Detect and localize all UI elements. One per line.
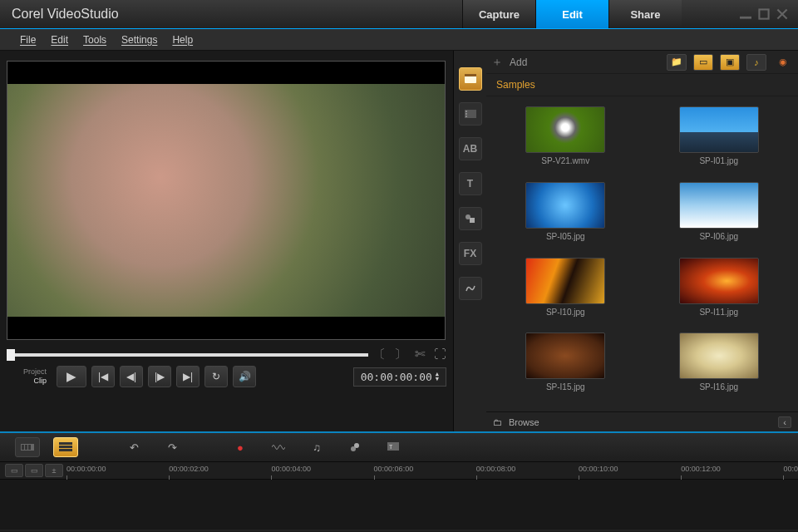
main-area: 〔 〕 ✄ ⛶ Project Clip ▶ |◀ ◀| |▶ ▶| ↻ 🔊 0… [0,51,798,431]
timeline-view-button[interactable] [53,437,78,457]
sort-filter-icon[interactable]: ◉ [773,54,793,71]
svg-rect-3 [465,74,476,76]
ruler-tick: 00:00:10:00 [579,465,618,473]
thumbnail-label: SP-I16.jpg [699,382,738,392]
media-library-icon[interactable] [459,67,482,91]
record-button[interactable]: ● [228,437,253,457]
svg-rect-11 [22,445,24,450]
prev-frame-button[interactable]: ◀| [120,366,143,387]
ruler-ticks: 00:00:00:00 00:00:02:00 00:00:04:00 00:0… [66,462,798,479]
browse-label[interactable]: Browse [509,417,539,427]
auto-music-button[interactable]: ♫ [304,437,329,457]
mark-in-icon[interactable]: 〔 [373,347,386,362]
track-header: ▭ ▭ ± [0,464,66,477]
ruler-tick: 00:00:12:00 [681,465,721,473]
timeline-ruler[interactable]: ▭ ▭ ± 00:00:00:00 00:00:02:00 00:00:04:0… [0,461,798,480]
library-panel: ＋ Add 📁 ▭ ▣ ♪ ◉ Samples SP-V21.wmv SP-I0… [486,51,798,431]
thumbnail [679,332,759,379]
add-icon[interactable]: ＋ [491,55,503,70]
collapse-icon[interactable]: ‹ [778,416,791,428]
thumbnail [525,258,605,304]
instant-project-icon[interactable] [459,102,482,126]
subtitle-button[interactable]: T [381,437,406,457]
titles-icon[interactable]: T [459,172,482,195]
motion-paths-icon[interactable] [459,277,482,300]
library-item[interactable]: SP-I11.jpg [647,258,792,327]
scrubber-thumb[interactable] [7,349,15,361]
filters-icon[interactable]: FX [459,242,482,265]
mode-tabs: Capture Edit Share [462,0,682,28]
timecode-display[interactable]: 00:00:00:00 ▲▼ [353,367,446,387]
ruler-tick: 00:00:04:00 [271,465,311,473]
photo-filter-icon[interactable]: ▣ [720,54,740,71]
track-toggle-3[interactable]: ± [45,464,63,477]
library-item[interactable]: SP-I16.jpg [647,332,792,401]
library-item[interactable]: SP-I15.jpg [493,332,638,401]
browse-icon[interactable]: 🗀 [493,417,502,427]
preview-panel: 〔 〕 ✄ ⛶ Project Clip ▶ |◀ ◀| |▶ ▶| ↻ 🔊 0… [0,51,453,431]
svg-rect-13 [28,445,31,450]
svg-rect-2 [465,76,476,83]
menu-edit[interactable]: Edit [51,34,68,46]
svg-rect-5 [466,111,467,112]
fullscreen-icon[interactable]: ⛶ [434,347,446,362]
scrubber-track[interactable] [7,353,368,357]
tab-share[interactable]: Share [608,0,682,28]
timecode-stepper[interactable]: ▲▼ [436,372,439,382]
folder-filter-icon[interactable]: 📁 [667,54,687,71]
ruler-tick: 00:00:08:00 [476,465,516,473]
menu-file[interactable]: File [20,34,36,46]
add-label[interactable]: Add [510,57,527,68]
video-filter-icon[interactable]: ▭ [693,54,713,71]
menu-help[interactable]: Help [172,34,193,46]
track-motion-button[interactable] [342,437,367,457]
library-item[interactable]: SP-I05.jpg [493,182,638,251]
restore-icon[interactable] [758,8,770,20]
project-label[interactable]: Project [7,367,47,377]
audio-mixer-button[interactable] [266,437,291,457]
library-item[interactable]: SP-I06.jpg [647,182,792,251]
minimize-icon[interactable] [740,8,751,20]
svg-point-18 [354,443,359,448]
go-end-button[interactable]: ▶| [176,366,200,387]
library-footer: 🗀 Browse ‹ [486,411,798,431]
track-toggle-2[interactable]: ▭ [25,464,43,477]
track-toggle-1[interactable]: ▭ [5,464,23,477]
timeline-tracks[interactable] [0,480,798,530]
mark-out-icon[interactable]: 〕 [394,347,406,362]
library-grid: SP-V21.wmv SP-I01.jpg SP-I05.jpg SP-I06.… [486,96,798,411]
menu-settings[interactable]: Settings [121,34,157,46]
svg-rect-6 [466,113,467,115]
library-item[interactable]: SP-I01.jpg [647,106,792,175]
library-folder-label[interactable]: Samples [486,74,798,96]
next-frame-button[interactable]: |▶ [148,366,171,387]
library-item[interactable]: SP-I10.jpg [493,258,638,327]
storyboard-view-button[interactable] [15,437,40,457]
cut-icon[interactable]: ✄ [415,347,426,362]
go-start-button[interactable]: |◀ [91,366,115,387]
timecode-value: 00:00:00:00 [361,371,432,383]
tab-capture[interactable]: Capture [462,0,535,28]
clip-label[interactable]: Clip [7,377,47,386]
ruler-tick: 00:00:06:00 [374,465,414,473]
volume-button[interactable]: 🔊 [233,366,256,387]
transitions-icon[interactable]: AB [459,137,482,160]
thumbnail [679,106,759,153]
close-icon[interactable] [776,8,788,20]
thumbnail-label: SP-V21.wmv [541,156,589,165]
undo-button[interactable]: ↶ [121,437,146,457]
audio-filter-icon[interactable]: ♪ [746,54,766,71]
repeat-button[interactable]: ↻ [204,366,228,387]
thumbnail-label: SP-I05.jpg [546,232,585,241]
tab-edit[interactable]: Edit [535,0,608,28]
ruler-tick: 00:00:14:00 [783,465,798,473]
redo-button[interactable]: ↷ [160,437,185,457]
thumbnail [525,106,605,153]
svg-rect-15 [59,446,72,448]
graphics-icon[interactable] [459,207,482,230]
library-item[interactable]: SP-V21.wmv [493,106,638,175]
menu-tools[interactable]: Tools [83,34,106,46]
preview-viewport[interactable] [7,61,446,340]
play-button[interactable]: ▶ [57,366,86,387]
svg-rect-14 [59,442,72,445]
